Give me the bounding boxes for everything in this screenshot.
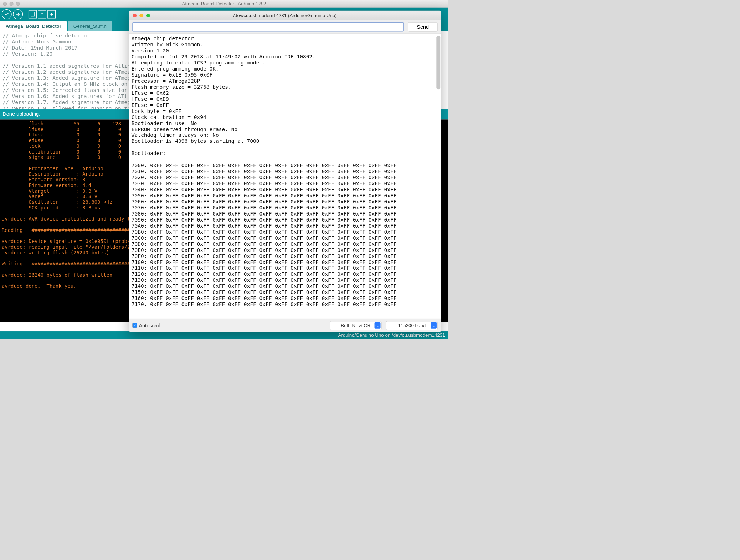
save-button[interactable] — [47, 10, 56, 18]
serial-bottom-row: ✓ Autoscroll Both NL & CR ⌃⌄ 115200 baud… — [129, 319, 441, 332]
tab-general-stuff-h[interactable]: General_Stuff.h — [68, 21, 112, 31]
open-button[interactable] — [38, 10, 46, 18]
board-port-label: Arduino/Genuino Uno on /dev/cu.usbmodem1… — [338, 332, 445, 338]
chevron-updown-icon: ⌃⌄ — [430, 324, 436, 327]
verify-button[interactable] — [2, 9, 12, 19]
serial-window-title: /dev/cu.usbmodem14231 (Arduino/Genuino U… — [129, 12, 441, 18]
status-text: Done uploading. — [2, 111, 40, 117]
arrow-right-icon — [16, 12, 20, 16]
line-ending-select[interactable]: Both NL & CR ⌃⌄ — [330, 321, 381, 330]
svg-rect-0 — [31, 12, 35, 16]
baud-rate-select[interactable]: 115200 baud ⌃⌄ — [386, 321, 438, 330]
main-window-titlebar: Atmega_Board_Detector | Arduino 1.8.2 — [0, 0, 448, 8]
autoscroll-toggle[interactable]: ✓ Autoscroll — [132, 322, 161, 328]
check-icon — [4, 12, 9, 16]
serial-send-button[interactable]: Send — [408, 22, 438, 31]
chevron-updown-icon: ⌃⌄ — [374, 324, 379, 327]
baud-rate-value: 115200 baud — [398, 323, 426, 328]
checkbox-checked-icon: ✓ — [132, 323, 137, 328]
main-window-title: Atmega_Board_Detector | Arduino 1.8.2 — [0, 1, 448, 7]
file-icon — [31, 12, 35, 16]
autoscroll-label: Autoscroll — [139, 322, 161, 328]
upload-button[interactable] — [13, 9, 23, 19]
ide-footer: Arduino/Genuino Uno on /dev/cu.usbmodem1… — [0, 331, 448, 339]
serial-monitor-window: /dev/cu.usbmodem14231 (Arduino/Genuino U… — [129, 11, 441, 332]
new-button[interactable] — [29, 10, 37, 18]
serial-send-row: Send — [129, 20, 441, 34]
line-ending-value: Both NL & CR — [341, 323, 370, 328]
serial-input-field[interactable] — [132, 22, 404, 31]
serial-scrollbar[interactable] — [436, 36, 440, 89]
arrow-down-icon — [50, 12, 54, 16]
tab-atmega-board-detector[interactable]: Atmega_Board_Detector — [0, 21, 67, 31]
arrow-up-icon — [40, 12, 44, 16]
serial-monitor-titlebar[interactable]: /dev/cu.usbmodem14231 (Arduino/Genuino U… — [129, 11, 441, 20]
serial-output[interactable]: Atmega chip detector. Written by Nick Ga… — [129, 34, 441, 319]
